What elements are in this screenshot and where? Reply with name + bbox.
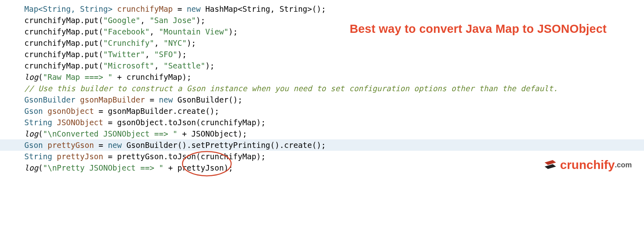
keyword-token: new	[159, 95, 178, 104]
code-line-highlighted: Gson prettyGson = new GsonBuilder().setP…	[0, 139, 644, 151]
text-token: =	[94, 141, 108, 150]
code-line: log("\nConverted JSONObject ==> " + JSON…	[24, 128, 644, 139]
text-token: + crunchifyMap);	[112, 73, 191, 81]
text-token: );	[196, 16, 205, 25]
text-token: crunchifyMap.put(	[24, 16, 103, 25]
text-token: GsonBuilder();	[178, 95, 243, 104]
var-token: crunchifyMap	[117, 4, 173, 13]
var-token: gsonObject	[47, 107, 94, 115]
method-token: log	[24, 129, 38, 138]
text-token: = gsonObject.toJson(crunchifyMap);	[103, 118, 265, 127]
text-token: crunchifyMap.put(	[24, 61, 103, 70]
text-token: crunchifyMap.put(	[24, 38, 103, 47]
text-token: =	[145, 95, 159, 104]
brand-tld: .com	[615, 161, 632, 169]
crunchify-logo-icon	[543, 159, 558, 171]
type-token: Gson	[24, 141, 47, 150]
text-token: );	[205, 61, 215, 70]
code-line: log("Raw Map ===> " + crunchifyMap);	[24, 71, 644, 83]
type-token: String	[24, 152, 57, 161]
string-token: "San Jose"	[150, 16, 196, 25]
text-token: = prettyGson.toJson(crunchifyMap);	[103, 152, 265, 161]
method-token: log	[24, 73, 38, 81]
code-line: Gson gsonObject = gsonMapBuilder.create(…	[24, 105, 644, 117]
text-token: + prettyJson);	[163, 163, 233, 172]
type-token: GsonBuilder	[24, 95, 80, 104]
string-token: "Crunchify"	[103, 38, 154, 47]
code-line: String JSONObject = gsonObject.toJson(cr…	[24, 117, 644, 128]
text-token: GsonBuilder().setPrettyPrinting().create…	[127, 141, 326, 150]
keyword-token: new	[108, 141, 127, 150]
text-token: (	[38, 163, 43, 172]
code-line: crunchifyMap.put("Twitter", "SFO");	[24, 49, 644, 60]
text-token: crunchifyMap.put(	[24, 27, 103, 36]
string-token: "NYC"	[163, 38, 187, 47]
string-token: "Twitter"	[103, 50, 145, 59]
string-token: "Raw Map ===> "	[43, 73, 113, 81]
keyword-token: new	[187, 4, 205, 13]
string-token: "Seattle"	[163, 61, 205, 70]
text-token: );	[187, 38, 196, 47]
comment-token: // Use this builder to construct a Gson …	[24, 84, 558, 93]
brand-name: crunchify	[560, 158, 615, 172]
text-token: = gsonMapBuilder.create();	[94, 107, 219, 115]
var-token: gsonMapBuilder	[80, 95, 145, 104]
code-line: Map<String, String> crunchifyMap = new H…	[24, 3, 644, 15]
text-token: + JSONObject);	[178, 129, 247, 138]
text-token: );	[178, 50, 187, 59]
var-token: prettyGson	[47, 141, 94, 150]
string-token: "SFO"	[154, 50, 177, 59]
code-line: GsonBuilder gsonMapBuilder = new GsonBui…	[24, 94, 644, 105]
text-token: ,	[145, 50, 154, 59]
text-token: ,	[154, 38, 163, 47]
page-title: Best way to convert Java Map to JSONObje…	[324, 22, 632, 36]
string-token: "Microsoft"	[103, 61, 154, 70]
code-line: crunchifyMap.put("Microsoft", "Seattle")…	[24, 60, 644, 71]
type-token: String	[24, 118, 57, 127]
text-token: ,	[154, 61, 163, 70]
string-token: "Mountain View"	[159, 27, 229, 36]
text-token: );	[228, 27, 238, 36]
text-token: crunchifyMap.put(	[24, 50, 103, 59]
brand-logo: crunchify.com	[543, 158, 632, 172]
text-token: ,	[150, 27, 159, 36]
var-token: JSONObject	[57, 118, 103, 127]
text-token: (	[38, 73, 43, 81]
code-line: // Use this builder to construct a Gson …	[24, 83, 644, 94]
code-line: crunchifyMap.put("Crunchify", "NYC");	[24, 37, 644, 49]
type-token: Map<String, String>	[24, 4, 117, 13]
string-token: "\nPretty JSONObject ==> "	[43, 163, 163, 172]
type-token: Gson	[24, 107, 47, 115]
text-token: ,	[140, 16, 150, 25]
text-token: (	[38, 129, 43, 138]
string-token: "Google"	[103, 16, 140, 25]
method-token: log	[24, 163, 38, 172]
text-token: HashMap<String, String>();	[205, 4, 326, 13]
string-token: "\nConverted JSONObject ==> "	[43, 129, 178, 138]
text-token: =	[173, 4, 187, 13]
var-token: prettyJson	[57, 152, 103, 161]
string-token: "Facebook"	[103, 27, 149, 36]
